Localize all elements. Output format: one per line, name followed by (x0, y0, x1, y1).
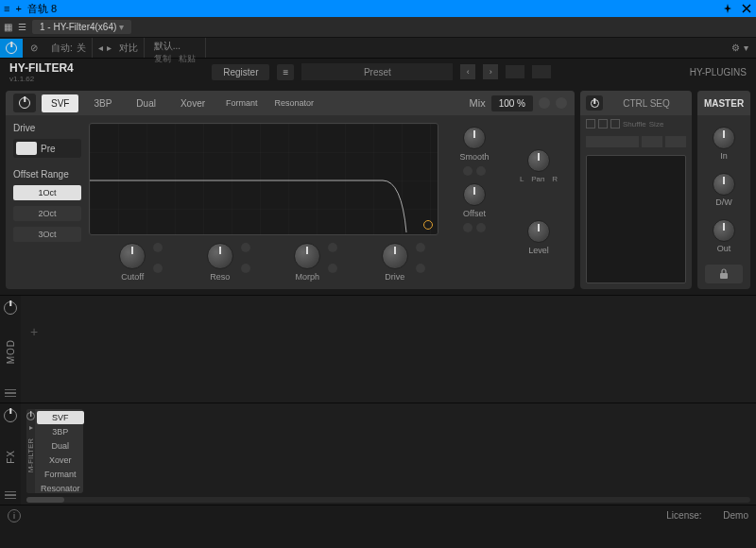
drive-mod-a[interactable] (416, 243, 425, 252)
master-out-knob[interactable] (713, 219, 735, 242)
ctrlseq-display[interactable] (586, 155, 686, 283)
smooth-mod-b[interactable] (476, 166, 486, 176)
smooth-mod-a[interactable] (463, 166, 472, 176)
ctrlseq-slot-1[interactable] (586, 136, 639, 147)
ctrlseq-slot-3[interactable] (665, 136, 686, 147)
register-button[interactable]: Register (212, 64, 269, 80)
gear-icon[interactable]: ⚙ (731, 43, 740, 53)
reso-mod-a[interactable] (241, 243, 250, 252)
preset-display[interactable]: Preset (301, 63, 453, 80)
fx-label: FX (6, 450, 16, 464)
offset-1oct-button[interactable]: 1Oct (13, 185, 81, 200)
mod-add-button[interactable]: + (30, 324, 38, 339)
drive-knob[interactable] (382, 243, 408, 269)
cutoff-mod-a[interactable] (153, 243, 163, 252)
reso-knob[interactable] (207, 243, 233, 269)
close-icon[interactable] (741, 3, 752, 14)
add-icon[interactable]: + (15, 3, 21, 14)
fx-item-svf[interactable]: SVF (37, 411, 84, 424)
mix-mod-a[interactable] (539, 97, 550, 109)
prev-icon[interactable]: ◂ (98, 43, 103, 53)
preset-slot-b[interactable] (532, 65, 551, 78)
ctrlseq-power-button[interactable] (586, 95, 603, 111)
copy-button[interactable]: 复制 (154, 53, 171, 65)
window-title: 音轨 8 (27, 2, 57, 16)
smooth-knob[interactable] (463, 127, 486, 149)
ctrlseq-slot-2[interactable] (642, 136, 662, 147)
ctrlseq-step-1[interactable] (586, 119, 595, 128)
cutoff-handle[interactable] (423, 220, 433, 230)
preset-prev-button[interactable]: ‹ (460, 64, 475, 79)
filter-tab-xover[interactable]: Xover (171, 94, 215, 112)
fx-power-button[interactable] (4, 409, 17, 422)
preset-next-button[interactable]: › (483, 64, 498, 79)
pre-switch-icon (16, 142, 37, 155)
offset-mod-a[interactable] (463, 223, 472, 232)
filter-power-button[interactable] (13, 94, 36, 112)
pan-knob[interactable] (527, 149, 550, 172)
fx-module: ▸ M-FILTER SVF 3BP Dual Xover Formant Re… (26, 409, 83, 493)
fx-module-power-button[interactable] (26, 412, 35, 420)
svg-rect-1 (720, 273, 728, 279)
master-dw-knob[interactable] (713, 173, 735, 196)
fx-item-resonator[interactable]: Resonator (37, 482, 84, 495)
ctrlseq-step-3[interactable] (610, 119, 620, 128)
ctrlseq-step-2[interactable] (598, 119, 608, 128)
mod-power-button[interactable] (4, 301, 17, 315)
graph-grid (90, 124, 438, 234)
chevron-down-icon[interactable]: ▾ (744, 43, 748, 53)
fx-module-play-icon[interactable]: ▸ (29, 423, 33, 432)
drive-mod-b[interactable] (416, 264, 425, 273)
compare-button[interactable]: 对比 (119, 42, 138, 55)
list-icon[interactable]: ☰ (18, 22, 26, 32)
fx-item-dual[interactable]: Dual (37, 439, 84, 453)
grid-icon[interactable]: ▦ (4, 22, 12, 32)
pan-l-label: L (520, 175, 524, 183)
fx-item-formant[interactable]: Formant (37, 468, 84, 481)
mix-mod-b[interactable] (556, 97, 567, 109)
info-icon[interactable]: i (8, 509, 21, 522)
fx-menu-button[interactable] (5, 491, 16, 500)
cutoff-knob[interactable] (119, 243, 146, 269)
plugin-tab[interactable]: 1 - HY-Filter4(x64) ▾ (32, 20, 131, 34)
lock-button[interactable] (705, 265, 743, 283)
master-in-knob[interactable] (713, 127, 735, 149)
morph-mod-a[interactable] (328, 243, 337, 252)
fx-scrollbar-thumb[interactable] (26, 497, 64, 503)
filter-tab-dual[interactable]: Dual (127, 94, 165, 112)
preset-menu-button[interactable]: ≡ (277, 64, 294, 80)
preset-slot-a[interactable] (506, 65, 524, 78)
chevron-down-icon[interactable]: ▾ (119, 22, 124, 32)
level-label: Level (528, 246, 549, 255)
fx-item-3bp[interactable]: 3BP (37, 425, 84, 438)
pre-toggle[interactable]: Pre (13, 139, 81, 158)
pin-icon[interactable] (722, 3, 733, 14)
cutoff-mod-b[interactable] (153, 264, 163, 273)
mod-menu-button[interactable] (5, 389, 16, 398)
reso-mod-b[interactable] (241, 264, 250, 273)
fx-scrollbar[interactable] (26, 497, 750, 503)
menu-icon[interactable]: ≡ (4, 3, 9, 14)
plugin-power-button[interactable] (0, 39, 23, 58)
morph-mod-b[interactable] (328, 264, 337, 273)
filter-tab-resonator[interactable]: Resonator (269, 94, 320, 111)
filter-response-graph[interactable] (89, 123, 438, 235)
offset-3oct-button[interactable]: 3Oct (13, 227, 81, 242)
bypass-icon[interactable]: ⊘ (23, 39, 45, 58)
offset-mod-b[interactable] (476, 223, 486, 232)
cutoff-label: Cutoff (121, 272, 144, 282)
mix-value[interactable]: 100 % (491, 95, 533, 111)
auto-off-button[interactable]: 关 (77, 42, 86, 55)
filter-tab-formant[interactable]: Formant (220, 94, 264, 111)
offset-2oct-button[interactable]: 2Oct (13, 206, 81, 221)
plugin-tab-bar: ▦ ☰ 1 - HY-Filter4(x64) ▾ (0, 17, 756, 38)
offset-knob[interactable] (463, 183, 486, 206)
paste-button[interactable]: 粘贴 (179, 53, 196, 65)
filter-tab-svf[interactable]: SVF (42, 94, 78, 112)
next-icon[interactable]: ▸ (107, 43, 112, 53)
preset-default-button[interactable]: 默认... (154, 40, 180, 53)
level-knob[interactable] (527, 220, 550, 243)
fx-item-xover[interactable]: Xover (37, 454, 84, 467)
morph-knob[interactable] (294, 243, 320, 269)
filter-tab-3bp[interactable]: 3BP (84, 94, 121, 112)
